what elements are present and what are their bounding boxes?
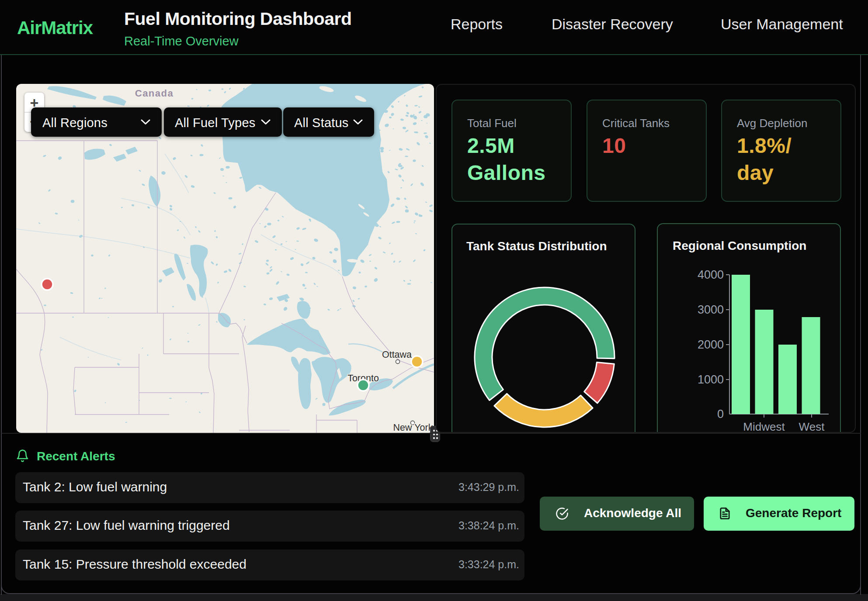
svg-text:New York: New York bbox=[393, 422, 433, 433]
svg-text:Ottawa: Ottawa bbox=[382, 349, 412, 360]
svg-text:4000: 4000 bbox=[698, 268, 724, 281]
svg-text:2000: 2000 bbox=[698, 338, 724, 351]
svg-text:0: 0 bbox=[717, 408, 724, 421]
svg-text:Midwest: Midwest bbox=[743, 420, 785, 433]
svg-text:1000: 1000 bbox=[698, 373, 724, 386]
svg-text:3000: 3000 bbox=[698, 303, 724, 316]
svg-text:Canada: Canada bbox=[135, 88, 174, 99]
svg-text:West: West bbox=[799, 420, 825, 433]
